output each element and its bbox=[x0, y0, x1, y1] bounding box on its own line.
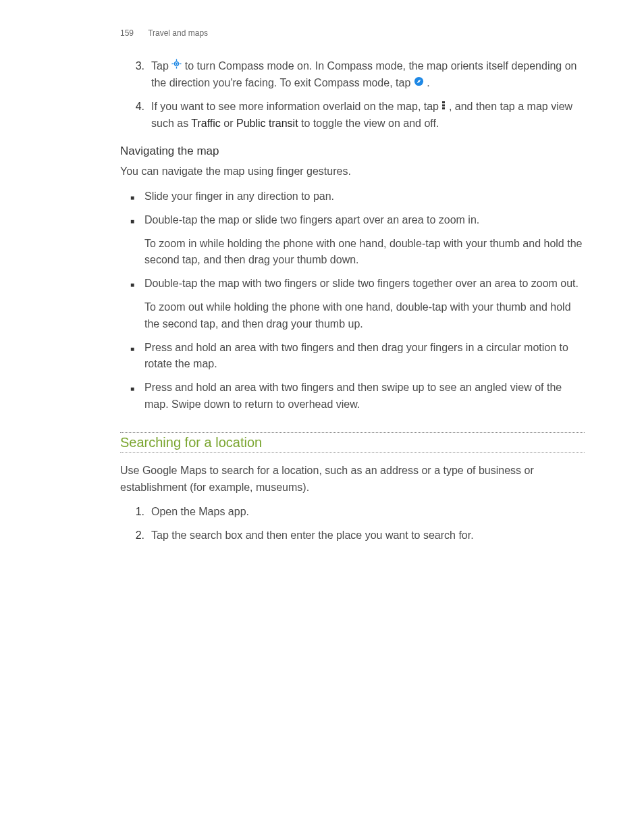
search-step-1: 1. Open the Maps app. bbox=[120, 504, 585, 521]
svg-point-1 bbox=[176, 63, 178, 65]
divider-dotted-bottom bbox=[120, 452, 585, 453]
bullet-icon: ■ bbox=[120, 212, 144, 269]
search-intro: Use Google Maps to search for a location… bbox=[120, 463, 585, 496]
search-steps: 1. Open the Maps app. 2. Tap the search … bbox=[120, 504, 585, 544]
step-number: 4. bbox=[120, 99, 151, 132]
steps-compass: 3. Tap to turn Compass mode on. In Compa… bbox=[120, 58, 585, 132]
list-text: Press and hold an area with two fingers … bbox=[144, 340, 585, 373]
subheading-navigating: Navigating the map bbox=[120, 145, 585, 158]
step-number: 3. bbox=[120, 58, 151, 92]
list-text: Double-tap the map or slide two fingers … bbox=[144, 212, 585, 229]
svg-rect-9 bbox=[442, 104, 445, 106]
page: 159 Travel and maps 3. Tap to tu bbox=[0, 0, 644, 834]
page-number: 159 bbox=[120, 28, 146, 38]
list-text: To zoom out while holding the phone with… bbox=[144, 299, 585, 333]
step-3: 3. Tap to turn Compass mode on. In Compa… bbox=[120, 58, 585, 92]
bullet-icon: ■ bbox=[120, 380, 144, 413]
list-item: ■ Double-tap the map with two fingers or… bbox=[120, 276, 585, 332]
page-header: 159 Travel and maps bbox=[120, 28, 585, 38]
menu-overflow-icon bbox=[441, 99, 446, 115]
section-title-searching: Searching for a location bbox=[120, 435, 265, 450]
step-number: 2. bbox=[120, 527, 151, 544]
section-searching: Searching for a location bbox=[120, 432, 585, 453]
list-text: To zoom in while holding the phone with … bbox=[144, 236, 585, 269]
step-text: Tap to turn Compass mode on. In Compass … bbox=[151, 58, 585, 92]
list-item: ■ Slide your finger in any direction to … bbox=[120, 188, 585, 205]
list-text: Slide your finger in any direction to pa… bbox=[144, 188, 585, 205]
bold-traffic: Traffic bbox=[191, 118, 221, 129]
nav-intro: You can navigate the map using finger ge… bbox=[120, 163, 585, 180]
step-number: 1. bbox=[120, 504, 151, 521]
list-text: Double-tap the map with two fingers or s… bbox=[144, 276, 585, 292]
step-text: If you want to see more information over… bbox=[151, 99, 585, 132]
header-section: Travel and maps bbox=[148, 28, 208, 38]
divider-dotted-top bbox=[120, 432, 585, 433]
list-item: ■ Press and hold an area with two finger… bbox=[120, 340, 585, 373]
svg-rect-10 bbox=[442, 107, 445, 109]
step-4: 4. If you want to see more information o… bbox=[120, 99, 585, 132]
step-text: Tap the search box and then enter the pl… bbox=[151, 527, 585, 544]
bullet-icon: ■ bbox=[120, 340, 144, 373]
bold-public-transit: Public transit bbox=[236, 118, 298, 129]
list-item: ■ Press and hold an area with two finger… bbox=[120, 380, 585, 413]
bullet-icon: ■ bbox=[120, 188, 144, 205]
search-step-2: 2. Tap the search box and then enter the… bbox=[120, 527, 585, 544]
bullet-icon: ■ bbox=[120, 276, 144, 332]
list-item: ■ Double-tap the map or slide two finger… bbox=[120, 212, 585, 269]
svg-rect-8 bbox=[442, 101, 445, 103]
compass-target-icon bbox=[171, 57, 182, 74]
nav-gestures-list: ■ Slide your finger in any direction to … bbox=[120, 188, 585, 413]
list-text: Press and hold an area with two fingers … bbox=[144, 380, 585, 413]
step-text: Open the Maps app. bbox=[151, 504, 585, 521]
compass-exit-icon bbox=[414, 75, 424, 92]
